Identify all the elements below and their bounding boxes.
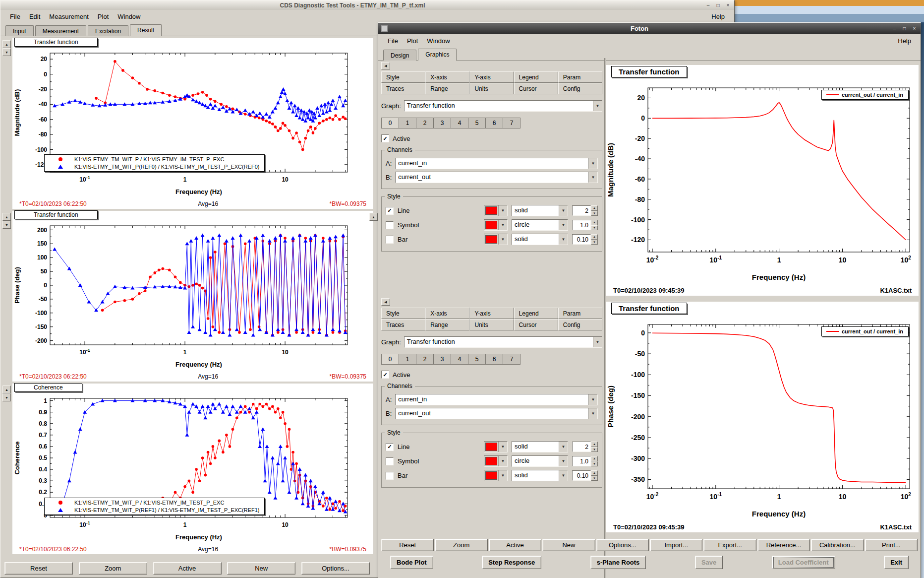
bar-color-select[interactable]: ▼ bbox=[484, 234, 508, 245]
line-checkbox[interactable]: ✓ bbox=[386, 207, 394, 215]
foton-action-button[interactable]: Step Response bbox=[482, 556, 541, 569]
channel-index-tab[interactable]: 6 bbox=[485, 118, 503, 128]
panel-tab[interactable]: Cursor bbox=[514, 319, 558, 330]
panel-tab[interactable]: Param bbox=[558, 71, 602, 83]
channel-index-tab[interactable]: 7 bbox=[503, 354, 520, 365]
line-color-select[interactable]: ▼ bbox=[484, 441, 508, 452]
foton-footer-button[interactable]: Reset bbox=[381, 539, 434, 551]
maximize-button[interactable]: □ bbox=[900, 25, 909, 32]
menu-item[interactable]: Plot bbox=[93, 11, 113, 22]
symbol-color-select[interactable]: ▼ bbox=[484, 455, 508, 467]
menu-item[interactable]: Window bbox=[422, 36, 454, 46]
chevron-down-icon[interactable]: ▼ bbox=[559, 470, 568, 481]
spin-up-icon[interactable]: ▲ bbox=[591, 234, 598, 240]
symbol-checkbox[interactable] bbox=[386, 221, 394, 229]
panel-tab[interactable]: Traces bbox=[381, 319, 425, 330]
menu-item-help[interactable]: Help bbox=[707, 11, 729, 22]
spin-up-icon[interactable]: ▲ bbox=[591, 205, 598, 211]
spin-down-icon[interactable]: ▼ bbox=[591, 447, 598, 452]
chevron-down-icon[interactable]: ▼ bbox=[588, 408, 597, 419]
channel-index-tab[interactable]: 1 bbox=[399, 118, 416, 128]
channel-index-tab[interactable]: 4 bbox=[451, 354, 468, 365]
pan-down-icon[interactable]: ▼ bbox=[2, 48, 11, 56]
close-button[interactable]: × bbox=[724, 2, 732, 9]
panel-tab[interactable]: Config bbox=[558, 319, 602, 330]
channel-index-tab[interactable]: 6 bbox=[485, 354, 503, 365]
chevron-down-icon[interactable]: ▼ bbox=[588, 172, 597, 183]
cds-footer-button[interactable]: Reset bbox=[4, 562, 73, 575]
graph-select[interactable]: Transfer function ▼ bbox=[404, 100, 602, 112]
close-button[interactable]: × bbox=[910, 25, 919, 32]
spin-up-icon[interactable]: ▲ bbox=[591, 470, 598, 476]
line-width-spinner[interactable]: 2 ▲ ▼ bbox=[572, 205, 598, 216]
foton-footer-button[interactable]: New bbox=[542, 539, 595, 551]
cds-tab[interactable]: Measurement bbox=[35, 25, 86, 36]
cds-footer-button[interactable]: Zoom bbox=[79, 562, 147, 575]
foton-action-button[interactable]: Save bbox=[695, 556, 723, 569]
symbol-style-select[interactable]: circle ▼ bbox=[512, 455, 568, 467]
panel-tab[interactable]: Cursor bbox=[514, 83, 558, 94]
cds-tab[interactable]: Input bbox=[5, 25, 34, 36]
chevron-down-icon[interactable]: ▼ bbox=[559, 220, 568, 230]
cds-footer-button[interactable]: New bbox=[227, 562, 295, 575]
menu-item[interactable]: File bbox=[5, 11, 25, 22]
pan-up-icon[interactable]: ▲ bbox=[2, 40, 11, 48]
foton-footer-button[interactable]: Options... bbox=[596, 539, 649, 551]
panel-tab[interactable]: Y-axis bbox=[469, 308, 514, 319]
channel-index-tab[interactable]: 1 bbox=[399, 354, 416, 365]
chevron-down-icon[interactable]: ▼ bbox=[498, 470, 507, 481]
spin-up-icon[interactable]: ▲ bbox=[591, 442, 598, 447]
chevron-down-icon[interactable]: ▼ bbox=[498, 442, 507, 452]
channel-index-tab[interactable]: 5 bbox=[468, 118, 486, 128]
foton-tab[interactable]: Graphics bbox=[418, 49, 457, 61]
menu-item[interactable]: Measurement bbox=[45, 11, 93, 22]
panel-tab[interactable]: Y-axis bbox=[469, 71, 514, 83]
bar-color-select[interactable]: ▼ bbox=[484, 470, 508, 481]
panel-tab[interactable]: Units bbox=[469, 83, 514, 94]
panel-tab[interactable]: Config bbox=[558, 83, 602, 94]
chevron-down-icon[interactable]: ▼ bbox=[559, 456, 568, 466]
panel-tab[interactable]: Param bbox=[558, 308, 602, 319]
channel-b-select[interactable]: current_out ▼ bbox=[395, 408, 598, 419]
pan-up-icon[interactable]: ▲ bbox=[2, 213, 11, 221]
chevron-down-icon[interactable]: ▼ bbox=[559, 234, 568, 245]
chevron-down-icon[interactable]: ▼ bbox=[559, 442, 568, 452]
symbol-size-spinner[interactable]: 1.0 ▲ ▼ bbox=[572, 220, 598, 230]
spin-down-icon[interactable]: ▼ bbox=[591, 240, 598, 245]
line-checkbox[interactable]: ✓ bbox=[386, 443, 394, 451]
pan-down-icon[interactable]: ▼ bbox=[2, 393, 11, 401]
line-color-select[interactable]: ▼ bbox=[484, 205, 508, 216]
channel-index-tab[interactable]: 4 bbox=[451, 118, 468, 128]
menu-item[interactable]: Plot bbox=[403, 36, 422, 46]
channel-index-tab[interactable]: 0 bbox=[381, 354, 399, 365]
menu-item-help[interactable]: Help bbox=[893, 36, 916, 46]
pan-up-icon[interactable]: ▲ bbox=[369, 213, 378, 221]
channel-a-select[interactable]: current_in ▼ bbox=[395, 394, 598, 405]
foton-titlebar[interactable]: Foton – □ × bbox=[378, 23, 921, 34]
chevron-down-icon[interactable]: ▼ bbox=[588, 394, 597, 405]
channel-index-tab[interactable]: 7 bbox=[503, 118, 520, 128]
collapse-left-icon[interactable]: ◀ bbox=[381, 298, 390, 306]
active-checkbox[interactable]: ✓ bbox=[381, 134, 389, 142]
chevron-down-icon[interactable]: ▼ bbox=[588, 158, 597, 169]
chevron-down-icon[interactable]: ▼ bbox=[559, 205, 568, 216]
dtt-magnitude-chart[interactable]: 200-20-40-60-80-100-12010-1110Frequency … bbox=[12, 38, 373, 197]
cds-tab[interactable]: Result bbox=[130, 24, 162, 36]
bar-width-spinner[interactable]: 0.10 ▲ ▼ bbox=[572, 470, 598, 481]
bar-checkbox[interactable] bbox=[386, 236, 394, 244]
line-style-select[interactable]: solid ▼ bbox=[512, 441, 568, 452]
panel-tab[interactable]: Units bbox=[469, 319, 514, 330]
cds-footer-button[interactable]: Active bbox=[153, 562, 222, 575]
foton-footer-button[interactable]: Active bbox=[489, 539, 541, 551]
channel-index-tab[interactable]: 2 bbox=[416, 354, 434, 365]
cds-tab[interactable]: Excitation bbox=[88, 25, 128, 36]
panel-tab[interactable]: Style bbox=[381, 71, 425, 83]
foton-footer-button[interactable]: Print... bbox=[865, 539, 918, 551]
channel-index-tab[interactable]: 3 bbox=[433, 118, 451, 128]
channel-index-tab[interactable]: 2 bbox=[416, 118, 434, 128]
chevron-down-icon[interactable]: ▼ bbox=[498, 234, 507, 245]
active-checkbox[interactable]: ✓ bbox=[381, 371, 389, 379]
spin-up-icon[interactable]: ▲ bbox=[591, 456, 598, 461]
menu-item[interactable]: File bbox=[383, 36, 403, 46]
bar-width-spinner[interactable]: 0.10 ▲ ▼ bbox=[572, 234, 598, 245]
